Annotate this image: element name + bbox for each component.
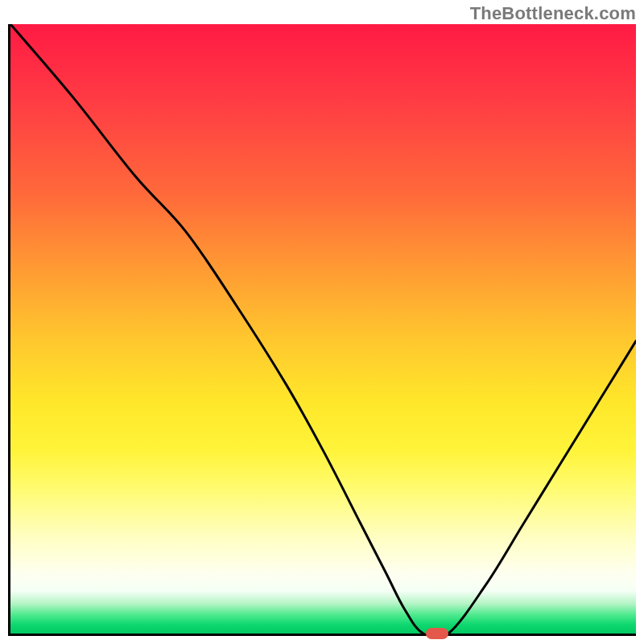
chart-container: TheBottleneck.com — [0, 0, 644, 644]
plot-area — [8, 24, 636, 636]
minimum-marker — [426, 628, 448, 639]
watermark-text: TheBottleneck.com — [470, 3, 636, 24]
curve-line — [10, 24, 636, 634]
